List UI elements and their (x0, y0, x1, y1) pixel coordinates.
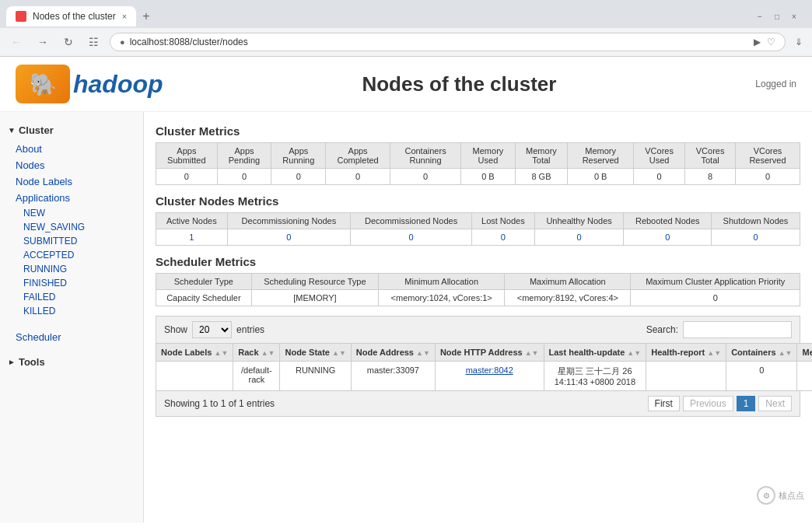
val-rebooted-nodes[interactable]: 0 (624, 229, 712, 246)
cell-node-labels (156, 362, 233, 391)
sort-icon-containers: ▲▼ (779, 349, 793, 357)
first-button[interactable]: First (648, 396, 680, 411)
tools-label: Tools (19, 356, 45, 368)
th-last-health-update[interactable]: Last health-update ▲▼ (544, 344, 646, 362)
hadoop-logo: 🐘 hadoop (16, 65, 163, 103)
bookmark-icon[interactable]: ♡ (767, 37, 775, 47)
val-active-nodes[interactable]: 1 (156, 229, 228, 246)
cell-node-state: RUNNING (280, 362, 351, 391)
sidebar-item-running[interactable]: RUNNING (0, 262, 143, 276)
logo-text: hadoop (73, 70, 163, 99)
col-memory-used: Memory Used (461, 143, 515, 169)
tools-section: ► Tools (0, 351, 143, 372)
tools-header[interactable]: ► Tools (0, 351, 143, 372)
entries-select[interactable]: 20 50 100 (192, 321, 232, 338)
table-row: /default-rack RUNNING master:33097 maste… (156, 362, 813, 391)
col-scheduling-resource-type: Scheduling Resource Type (251, 274, 378, 290)
col-containers-running: Containers Running (390, 143, 461, 169)
th-rack[interactable]: Rack ▲▼ (233, 344, 280, 362)
download-icon[interactable]: ⇓ (795, 37, 803, 47)
cluster-header[interactable]: ▼ Cluster (0, 120, 143, 141)
th-containers[interactable]: Containers ▲▼ (726, 344, 797, 362)
val-apps-completed: 0 (326, 169, 390, 185)
reload-button[interactable]: ↻ (59, 34, 78, 50)
val-shutdown-nodes[interactable]: 0 (711, 229, 800, 246)
cell-mem-used: 0 B (797, 362, 812, 391)
page-1-button[interactable]: 1 (737, 396, 756, 411)
col-lost-nodes: Lost Nodes (471, 213, 534, 229)
page-container: 🐘 hadoop Nodes of the cluster Logged in … (0, 57, 812, 523)
val-lost-nodes[interactable]: 0 (471, 229, 534, 246)
col-apps-pending: Apps Pending (217, 143, 271, 169)
val-scheduler-type: Capacity Scheduler (156, 290, 252, 306)
val-unhealthy-nodes[interactable]: 0 (534, 229, 624, 246)
new-tab-button[interactable]: + (139, 6, 152, 26)
tab-close-btn[interactable]: × (122, 12, 127, 21)
sidebar-item-new[interactable]: NEW (0, 206, 143, 220)
col-decommissioned-nodes: Decommissioned Nodes (351, 213, 472, 229)
sidebar-item-applications[interactable]: Applications (0, 190, 143, 206)
col-vcores-total: VCores Total (685, 143, 736, 169)
next-button[interactable]: Next (758, 396, 792, 411)
th-node-address[interactable]: Node Address ▲▼ (351, 344, 435, 362)
th-mem-used[interactable]: Mem Used ▲▼ (797, 344, 812, 362)
cluster-label: Cluster (19, 124, 54, 136)
cell-node-http-address[interactable]: master:8042 (435, 362, 544, 391)
sidebar-item-node-labels[interactable]: Node Labels (0, 173, 143, 190)
col-vcores-reserved: VCores Reserved (735, 143, 800, 169)
sidebar-item-about[interactable]: About (0, 141, 143, 157)
showing-text: Showing 1 to 1 of 1 entries (164, 398, 275, 409)
previous-button[interactable]: Previous (683, 396, 733, 411)
sidebar-item-submitted[interactable]: SUBMITTED (0, 234, 143, 248)
active-tab[interactable]: Nodes of the cluster × (6, 6, 136, 26)
val-max-cluster-app-priority: 0 (631, 290, 800, 306)
th-health-report[interactable]: Health-report ▲▼ (646, 344, 726, 362)
sidebar-item-nodes[interactable]: Nodes (0, 157, 143, 173)
sidebar-item-scheduler[interactable]: Scheduler (0, 329, 143, 345)
address-actions: ▶ ♡ (754, 37, 775, 47)
val-decommissioned-nodes[interactable]: 0 (351, 229, 472, 246)
page-title: Nodes of the cluster (163, 72, 756, 96)
col-memory-total: Memory Total (515, 143, 568, 169)
cluster-arrow-icon: ▼ (8, 126, 16, 135)
th-node-state[interactable]: Node State ▲▼ (280, 344, 351, 362)
th-node-labels[interactable]: Node Labels ▲▼ (156, 344, 233, 362)
sidebar-item-killed[interactable]: KILLED (0, 304, 143, 318)
cast-icon[interactable]: ▶ (754, 37, 761, 47)
col-scheduler-type: Scheduler Type (156, 274, 252, 290)
val-apps-submitted: 0 (156, 169, 218, 185)
th-node-http-address[interactable]: Node HTTP Address ▲▼ (435, 344, 544, 362)
forward-button[interactable]: → (33, 34, 53, 50)
cell-containers: 0 (726, 362, 797, 391)
minimize-button[interactable]: − (754, 11, 765, 22)
back-button[interactable]: ← (6, 34, 26, 50)
val-vcores-reserved: 0 (735, 169, 800, 185)
sidebar-item-accepted[interactable]: ACCEPTED (0, 248, 143, 262)
cluster-metrics-title: Cluster Metrics (156, 124, 800, 138)
col-apps-running: Apps Running (271, 143, 326, 169)
col-memory-reserved: Memory Reserved (568, 143, 634, 169)
home-button[interactable]: ☷ (84, 34, 103, 50)
search-input[interactable] (683, 321, 792, 338)
sidebar-item-failed[interactable]: FAILED (0, 290, 143, 304)
browser-chrome: Nodes of the cluster × + − □ × ← → ↻ ☷ ●… (0, 0, 812, 57)
val-apps-running: 0 (271, 169, 326, 185)
search-label: Search: (646, 324, 678, 335)
col-rebooted-nodes: Rebooted Nodes (624, 213, 712, 229)
content-area: Cluster Metrics Apps Submitted Apps Pend… (144, 112, 812, 523)
scheduler-metrics-title: Scheduler Metrics (156, 255, 800, 268)
elephant-icon: 🐘 (16, 65, 70, 103)
sidebar-item-new-saving[interactable]: NEW_SAVING (0, 220, 143, 234)
table-footer: Showing 1 to 1 of 1 entries First Previo… (156, 391, 800, 417)
val-apps-pending: 0 (217, 169, 271, 185)
address-bar[interactable]: ● localhost:8088/cluster/nodes ▶ ♡ (110, 33, 786, 51)
sidebar-item-finished[interactable]: FINISHED (0, 276, 143, 290)
watermark: ⚙ 核点点 (757, 486, 804, 505)
close-button[interactable]: × (789, 11, 800, 22)
restore-button[interactable]: □ (772, 11, 782, 22)
tab-bar: Nodes of the cluster × + − □ × (0, 0, 812, 28)
sort-icon-node-address: ▲▼ (416, 349, 430, 357)
table-controls: Show 20 50 100 entries Search: (156, 316, 800, 343)
val-decommissioning-nodes[interactable]: 0 (227, 229, 351, 246)
tab-favicon (16, 11, 26, 22)
